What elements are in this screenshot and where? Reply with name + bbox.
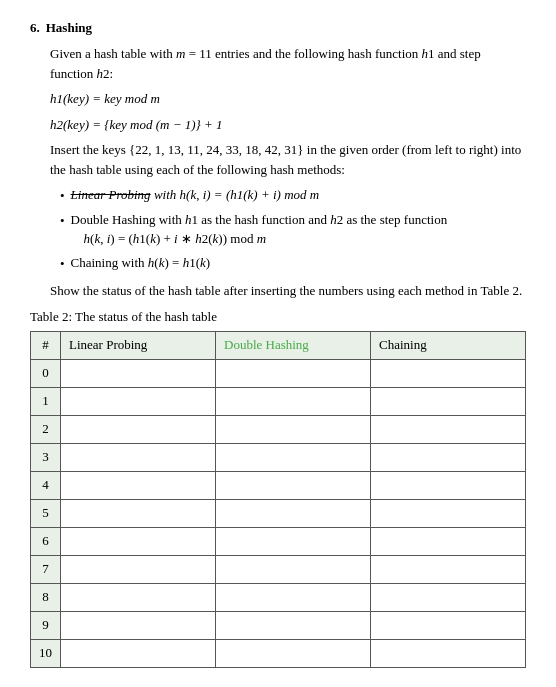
cell-chaining-9 (371, 611, 526, 639)
table-row: 6 (31, 527, 526, 555)
section-header: 6. Hashing (30, 20, 526, 36)
show-paragraph: Show the status of the hash table after … (50, 281, 526, 301)
method-list: • Linear Probing with h(k, i) = (h1(k) +… (60, 185, 526, 273)
row-number-10: 10 (31, 639, 61, 667)
table-header-row: # Linear Probing Double Hashing Chaining (31, 331, 526, 359)
cell-double-3 (216, 443, 371, 471)
cell-double-1 (216, 387, 371, 415)
cell-chaining-4 (371, 471, 526, 499)
cell-double-2 (216, 415, 371, 443)
intro-text: Given a hash table with m = 11 entries a… (50, 46, 481, 81)
table-row: 0 (31, 359, 526, 387)
cell-linear-2 (61, 415, 216, 443)
section-title: Hashing (46, 20, 92, 36)
bullet-chaining: • Chaining with h(k) = h1(k) (60, 253, 526, 274)
row-number-7: 7 (31, 555, 61, 583)
col-header-linear: Linear Probing (61, 331, 216, 359)
bullet-linear-probing: • Linear Probing with h(k, i) = (h1(k) +… (60, 185, 526, 206)
cell-chaining-2 (371, 415, 526, 443)
cell-double-7 (216, 555, 371, 583)
bullet-double-hashing: • Double Hashing with h1 as the hash fun… (60, 210, 526, 249)
cell-linear-6 (61, 527, 216, 555)
cell-double-4 (216, 471, 371, 499)
cell-chaining-7 (371, 555, 526, 583)
cell-linear-0 (61, 359, 216, 387)
row-number-5: 5 (31, 499, 61, 527)
cell-linear-1 (61, 387, 216, 415)
bullet-dot-2: • (60, 211, 65, 231)
insert-text: Insert the keys {22, 1, 13, 11, 24, 33, … (50, 142, 521, 177)
table-row: 4 (31, 471, 526, 499)
row-number-4: 4 (31, 471, 61, 499)
cell-linear-5 (61, 499, 216, 527)
cell-double-9 (216, 611, 371, 639)
cell-chaining-0 (371, 359, 526, 387)
section-number: 6. (30, 20, 40, 36)
row-number-6: 6 (31, 527, 61, 555)
row-number-3: 3 (31, 443, 61, 471)
cell-chaining-10 (371, 639, 526, 667)
table-row: 2 (31, 415, 526, 443)
row-number-1: 1 (31, 387, 61, 415)
cell-double-10 (216, 639, 371, 667)
cell-chaining-3 (371, 443, 526, 471)
intro-paragraph: Given a hash table with m = 11 entries a… (50, 44, 526, 83)
row-number-9: 9 (31, 611, 61, 639)
bullet-text-1: Linear Probing with h(k, i) = (h1(k) + i… (71, 185, 320, 205)
table-row: 9 (31, 611, 526, 639)
cell-chaining-1 (371, 387, 526, 415)
table-row: 7 (31, 555, 526, 583)
bullet-dot-1: • (60, 186, 65, 206)
cell-chaining-5 (371, 499, 526, 527)
cell-double-5 (216, 499, 371, 527)
row-number-2: 2 (31, 415, 61, 443)
cell-double-6 (216, 527, 371, 555)
cell-linear-9 (61, 611, 216, 639)
table-row: 1 (31, 387, 526, 415)
col-header-num: # (31, 331, 61, 359)
cell-double-0 (216, 359, 371, 387)
cell-linear-4 (61, 471, 216, 499)
hash-table: # Linear Probing Double Hashing Chaining… (30, 331, 526, 668)
cell-linear-8 (61, 583, 216, 611)
bullet-dot-3: • (60, 254, 65, 274)
cell-linear-10 (61, 639, 216, 667)
content-block: Given a hash table with m = 11 entries a… (50, 44, 526, 301)
table-row: 3 (31, 443, 526, 471)
h1-def: h1(key) = key mod m (50, 89, 526, 109)
table-row: 8 (31, 583, 526, 611)
cell-linear-7 (61, 555, 216, 583)
cell-chaining-8 (371, 583, 526, 611)
row-number-8: 8 (31, 583, 61, 611)
table-row: 10 (31, 639, 526, 667)
insert-paragraph: Insert the keys {22, 1, 13, 11, 24, 33, … (50, 140, 526, 179)
bullet-text-2: Double Hashing with h1 as the hash funct… (71, 210, 448, 249)
cell-double-8 (216, 583, 371, 611)
show-text: Show the status of the hash table after … (50, 283, 522, 298)
cell-linear-3 (61, 443, 216, 471)
col-header-chaining: Chaining (371, 331, 526, 359)
row-number-0: 0 (31, 359, 61, 387)
table-caption: Table 2: The status of the hash table (30, 309, 526, 325)
cell-chaining-6 (371, 527, 526, 555)
h2-def: h2(key) = {key mod (m − 1)} + 1 (50, 115, 526, 135)
table-row: 5 (31, 499, 526, 527)
col-header-double: Double Hashing (216, 331, 371, 359)
bullet-text-3: Chaining with h(k) = h1(k) (71, 253, 211, 273)
